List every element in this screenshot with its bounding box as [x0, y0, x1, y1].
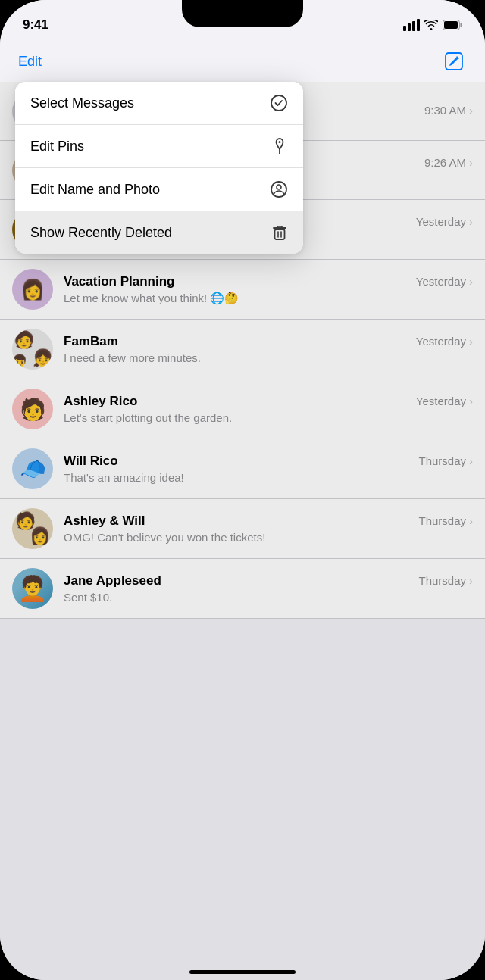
- dropdown-menu: Select Messages Edit Pins Edit Name and …: [15, 82, 303, 254]
- pin-icon: [271, 137, 288, 155]
- trash-icon: [271, 223, 288, 242]
- battery-icon: [443, 20, 462, 30]
- signal-icon: [403, 19, 420, 31]
- compose-icon: [443, 51, 465, 72]
- notch: [182, 0, 303, 27]
- svg-point-4: [279, 141, 281, 143]
- svg-rect-1: [444, 21, 458, 29]
- phone-frame: 9:41 Edit: [0, 0, 485, 980]
- status-icons: [403, 19, 462, 31]
- menu-label-edit-pins: Edit Pins: [30, 139, 84, 154]
- edit-button[interactable]: Edit: [18, 54, 42, 70]
- nav-bar: Edit: [0, 41, 485, 82]
- svg-point-7: [277, 185, 281, 189]
- home-indicator: [189, 970, 296, 974]
- wifi-icon: [424, 20, 438, 30]
- menu-item-edit-pins[interactable]: Edit Pins: [15, 125, 303, 168]
- menu-item-select-messages[interactable]: Select Messages: [15, 82, 303, 125]
- svg-point-3: [271, 95, 286, 111]
- person-circle-icon: [270, 180, 288, 198]
- menu-label-select-messages: Select Messages: [30, 95, 134, 111]
- compose-button[interactable]: [441, 48, 467, 74]
- menu-label-show-recently-deleted: Show Recently Deleted: [30, 225, 172, 241]
- status-time: 9:41: [23, 17, 48, 33]
- svg-rect-8: [275, 229, 285, 239]
- menu-item-edit-name-photo[interactable]: Edit Name and Photo: [15, 168, 303, 211]
- menu-label-edit-name-photo: Edit Name and Photo: [30, 182, 160, 198]
- checkmark-circle-icon: [270, 94, 288, 112]
- menu-item-show-recently-deleted[interactable]: Show Recently Deleted: [15, 211, 303, 254]
